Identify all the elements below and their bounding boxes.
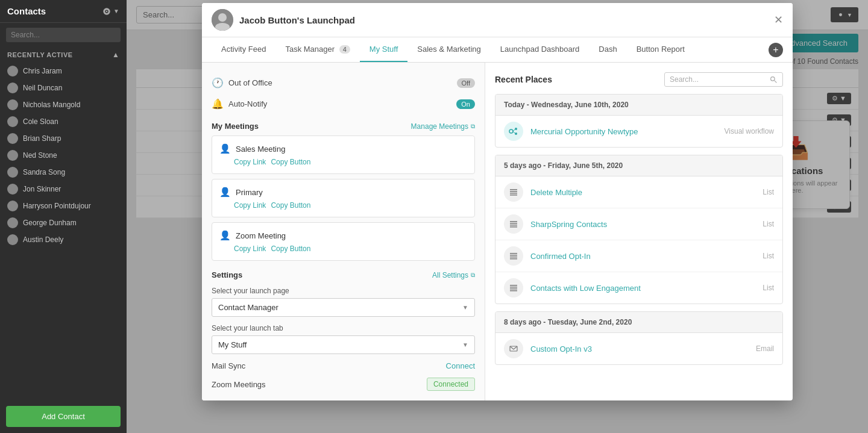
email-svg-icon: [509, 344, 518, 353]
manage-meetings-link[interactable]: Manage Meetings ⧉: [411, 122, 475, 131]
sharpspring-contacts-type: List: [763, 220, 774, 228]
zoom-copy-button[interactable]: Copy Button: [271, 245, 310, 253]
all-settings-label: All Settings: [432, 271, 468, 279]
primary-copy-link[interactable]: Copy Link: [234, 201, 266, 210]
recently-active-toggle[interactable]: ▲: [112, 51, 119, 59]
sharpspring-contacts-link[interactable]: SharpSpring Contacts: [530, 220, 755, 229]
tab-activity-feed[interactable]: Activity Feed: [212, 37, 275, 62]
sales-meeting-copy-button[interactable]: Copy Button: [271, 158, 310, 166]
tab-launchpad-dashboard[interactable]: Launchpad Dashboard: [491, 37, 590, 62]
svg-point-3: [771, 76, 775, 81]
recent-item-sharpspring-contacts[interactable]: SharpSpring Contacts List: [495, 208, 782, 240]
sales-meeting-copy-link[interactable]: Copy Link: [234, 158, 266, 166]
recent-item-low-engagement[interactable]: Contacts with Low Engagement List: [495, 272, 782, 304]
sidebar: Contacts ▼ RECENTLY ACTIVE ▲ Chris Jaram…: [0, 0, 127, 433]
list-item[interactable]: Chris Jaram: [0, 63, 127, 79]
tab-sales-marketing-label: Sales & Marketing: [417, 45, 481, 54]
avatar: [7, 167, 18, 178]
right-search-input[interactable]: [670, 75, 766, 84]
user-avatar-icon: [212, 9, 233, 31]
list-item[interactable]: Austin Deely: [0, 231, 127, 248]
out-of-office-label: Out of Office: [228, 78, 272, 87]
zoom-copy-link[interactable]: Copy Link: [234, 245, 266, 253]
low-engagement-link[interactable]: Contacts with Low Engagement: [530, 284, 755, 293]
tab-add-button[interactable]: +: [769, 43, 783, 57]
svg-rect-11: [510, 191, 517, 192]
list-item[interactable]: Brian Sharp: [0, 130, 127, 147]
list-item[interactable]: Nicholas Mangold: [0, 96, 127, 113]
list-icon: [504, 214, 523, 234]
confirmed-optin-link[interactable]: Confirmed Opt-In: [530, 252, 755, 261]
tab-dash-label: Dash: [599, 45, 617, 54]
list-item[interactable]: Jon Skinner: [0, 181, 127, 198]
zoom-meeting-header: 👤 Zoom Meeting: [219, 230, 467, 241]
tab-my-stuff[interactable]: My Stuff: [360, 37, 407, 62]
right-panel: Recent Places Today - Wednesday, June 10…: [485, 63, 793, 400]
custom-optin-type: Email: [756, 344, 774, 353]
svg-rect-17: [510, 226, 517, 228]
settings-section: Settings All Settings ⧉ Select your laun…: [212, 270, 475, 391]
sidebar-search-input[interactable]: [6, 28, 121, 42]
contact-name: Jon Skinner: [23, 185, 61, 193]
launch-page-dropdown[interactable]: Contact Manager ▼: [212, 298, 475, 317]
sales-meeting-links: Copy Link Copy Button: [234, 158, 467, 166]
manage-meetings-label: Manage Meetings: [411, 122, 468, 131]
out-of-office-toggle[interactable]: Off: [457, 78, 475, 88]
mail-sync-connect-link[interactable]: Connect: [446, 361, 475, 370]
svg-point-6: [515, 128, 517, 130]
tab-sales-marketing[interactable]: Sales & Marketing: [407, 37, 491, 62]
list-icon: [504, 278, 523, 297]
recent-item-delete-multiple[interactable]: Delete Multiple List: [495, 176, 782, 208]
search-icon: [770, 76, 778, 84]
list-svg-icon: [509, 220, 518, 228]
out-of-office-state: Off: [462, 79, 470, 87]
avatar: [7, 83, 18, 93]
manage-meetings-icon: ⧉: [471, 123, 475, 130]
launch-tab-label: Select your launch tab: [212, 324, 475, 332]
modal-body: 🕐 Out of Office Off 🔔 Auto-Notify: [202, 63, 793, 400]
low-engagement-type: List: [763, 284, 774, 292]
meeting-person-icon: 👤: [219, 143, 231, 154]
svg-rect-23: [510, 287, 517, 288]
contact-name: Nicholas Mangold: [23, 101, 80, 109]
list-item[interactable]: Neil Duncan: [0, 79, 127, 96]
svg-line-8: [513, 129, 515, 131]
sidebar-gear-button[interactable]: ▼: [102, 7, 119, 16]
modal-close-button[interactable]: ✕: [774, 13, 783, 26]
avatar: [7, 234, 18, 245]
launch-tab-dropdown[interactable]: My Stuff ▼: [212, 335, 475, 354]
recent-group-5days-header: 5 days ago - Friday, June 5th, 2020: [495, 155, 782, 176]
recent-item-confirmed-optin[interactable]: Confirmed Opt-In List: [495, 240, 782, 272]
list-item[interactable]: Ned Stone: [0, 147, 127, 164]
custom-optin-link[interactable]: Custom Opt-In v3: [530, 344, 749, 354]
recent-item-mercurial[interactable]: Mercurial Opportunity Newtype Visual wor…: [495, 116, 782, 147]
recent-places-title: Recent Places: [495, 75, 552, 84]
sidebar-title: Contacts: [7, 6, 46, 16]
avatar: [7, 217, 18, 228]
sales-meeting-name: Sales Meeting: [236, 145, 285, 154]
tab-dash[interactable]: Dash: [589, 37, 626, 62]
all-settings-link[interactable]: All Settings ⧉: [432, 271, 475, 279]
auto-notify-toggle[interactable]: On: [456, 99, 475, 109]
list-icon: [504, 182, 523, 202]
tab-task-manager[interactable]: Task Manager 4: [275, 37, 359, 62]
svg-point-7: [515, 132, 517, 135]
svg-rect-19: [510, 255, 517, 256]
launch-page-dropdown-wrapper: Contact Manager ▼: [212, 298, 475, 317]
avatar: [7, 99, 18, 110]
list-item[interactable]: Harryson Pointdujour: [0, 198, 127, 214]
list-item[interactable]: George Dunham: [0, 214, 127, 231]
mercurial-link[interactable]: Mercurial Opportunity Newtype: [530, 127, 717, 136]
svg-line-4: [775, 81, 776, 83]
add-contact-button[interactable]: Add Contact: [6, 406, 121, 427]
list-item[interactable]: Cole Sloan: [0, 113, 127, 130]
svg-rect-16: [510, 225, 517, 226]
delete-multiple-link[interactable]: Delete Multiple: [530, 188, 755, 197]
list-item[interactable]: Sandra Song: [0, 164, 127, 181]
primary-copy-button[interactable]: Copy Button: [271, 201, 310, 210]
tab-my-stuff-label: My Stuff: [370, 45, 398, 54]
recent-item-custom-optin[interactable]: Custom Opt-In v3 Email: [495, 333, 782, 364]
tab-button-report[interactable]: Button Report: [627, 37, 694, 62]
out-of-office-label-group: 🕐 Out of Office: [212, 77, 272, 89]
launch-page-value: Contact Manager: [218, 303, 278, 312]
